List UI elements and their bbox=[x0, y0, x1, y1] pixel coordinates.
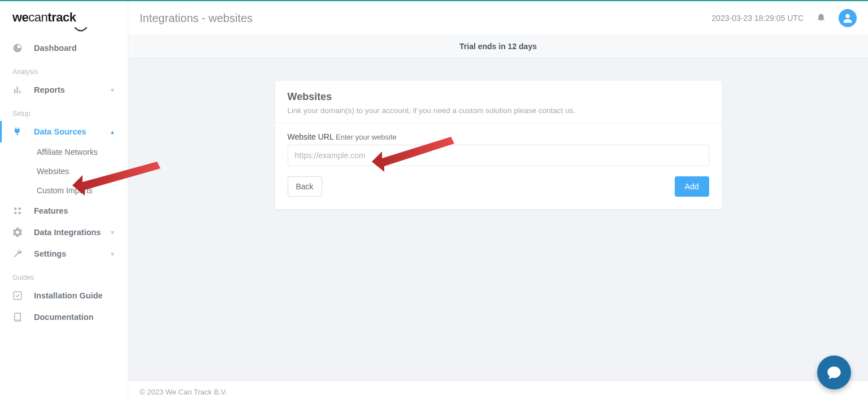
sidebar-item-reports[interactable]: Reports ▼ bbox=[0, 79, 128, 101]
sidebar-label: Installation Guide bbox=[34, 291, 115, 300]
sidebar-section-analysis: Analysis bbox=[0, 59, 128, 79]
sidebar-label: Settings bbox=[34, 249, 110, 258]
svg-rect-1 bbox=[17, 86, 18, 93]
plug-icon bbox=[12, 127, 23, 137]
book-icon bbox=[12, 312, 23, 322]
footer: © 2023 We Can Track B.V. bbox=[128, 380, 868, 403]
header: Integrations - websites 2023-03-23 18:29… bbox=[128, 1, 868, 35]
user-avatar[interactable] bbox=[839, 9, 857, 27]
sidebar-item-data-integrations[interactable]: Data Integrations ▼ bbox=[0, 222, 128, 243]
card-subtitle: Link your domain(s) to your account, if … bbox=[288, 106, 709, 115]
svg-point-6 bbox=[19, 212, 21, 215]
sidebar-subitem-affiliate[interactable]: Affiliate Networks bbox=[0, 142, 128, 162]
sidebar-label: Reports bbox=[34, 85, 110, 94]
logo-we: we bbox=[12, 10, 28, 24]
chevron-down-icon: ▼ bbox=[110, 87, 115, 93]
wrench-icon bbox=[12, 249, 23, 259]
trial-banner: Trial ends in 12 days bbox=[128, 35, 868, 58]
logo-track: track bbox=[47, 10, 76, 24]
websites-card: Websites Link your domain(s) to your acc… bbox=[275, 81, 722, 209]
back-button[interactable]: Back bbox=[288, 176, 322, 197]
notifications-button[interactable] bbox=[816, 12, 826, 24]
dashboard-icon bbox=[12, 43, 23, 53]
sidebar: wecantrack Dashboard Analysis Reports ▼ … bbox=[0, 1, 128, 403]
sidebar-label: Documentation bbox=[34, 313, 115, 322]
sidebar-section-guides: Guides bbox=[0, 265, 128, 285]
sidebar-item-dashboard[interactable]: Dashboard bbox=[0, 37, 128, 59]
svg-rect-2 bbox=[19, 91, 20, 94]
features-icon bbox=[12, 206, 23, 216]
content: Trial ends in 12 days Websites Link your… bbox=[128, 35, 868, 380]
card-title: Websites bbox=[288, 91, 709, 103]
sidebar-item-install-guide[interactable]: Installation Guide bbox=[0, 285, 128, 306]
sidebar-label: Dashboard bbox=[34, 44, 115, 53]
svg-point-5 bbox=[14, 212, 17, 215]
website-url-label: Website URL Enter your website bbox=[288, 132, 709, 141]
svg-rect-0 bbox=[14, 89, 15, 94]
chat-button[interactable] bbox=[817, 356, 851, 389]
sidebar-subitem-websites[interactable]: Websites bbox=[0, 162, 128, 181]
svg-point-8 bbox=[845, 14, 849, 18]
check-square-icon bbox=[12, 291, 23, 301]
logo-can: can bbox=[28, 10, 47, 24]
sidebar-item-settings[interactable]: Settings ▼ bbox=[0, 243, 128, 265]
footer-text: © 2023 We Can Track B.V. bbox=[140, 388, 227, 396]
sidebar-item-data-sources[interactable]: Data Sources ▲ bbox=[0, 121, 128, 142]
add-button[interactable]: Add bbox=[675, 176, 709, 197]
timestamp: 2023-03-23 18:29:05 UTC bbox=[711, 14, 804, 23]
sidebar-label: Data Integrations bbox=[34, 228, 110, 237]
chevron-down-icon: ▼ bbox=[110, 229, 115, 236]
chevron-down-icon: ▼ bbox=[110, 251, 115, 257]
sidebar-item-features[interactable]: Features bbox=[0, 200, 128, 222]
svg-point-4 bbox=[19, 207, 21, 210]
gears-icon bbox=[12, 227, 23, 237]
page-title: Integrations - websites bbox=[140, 12, 253, 25]
sidebar-label: Data Sources bbox=[34, 127, 110, 136]
sidebar-subitem-custom[interactable]: Custom Imports bbox=[0, 181, 128, 200]
sidebar-label: Features bbox=[34, 206, 115, 215]
svg-point-3 bbox=[14, 207, 17, 210]
website-url-input[interactable] bbox=[288, 145, 709, 166]
logo[interactable]: wecantrack bbox=[0, 1, 128, 37]
sidebar-section-setup: Setup bbox=[0, 101, 128, 121]
reports-icon bbox=[12, 85, 23, 95]
sidebar-item-documentation[interactable]: Documentation bbox=[0, 306, 128, 328]
chevron-up-icon: ▲ bbox=[110, 129, 115, 135]
svg-rect-7 bbox=[14, 292, 21, 300]
